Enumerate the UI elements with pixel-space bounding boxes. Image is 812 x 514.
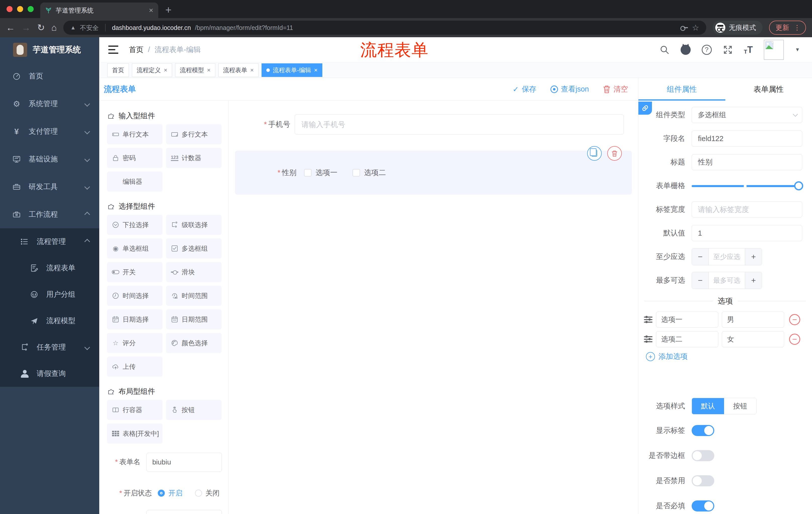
palette-item-cascader[interactable]: 级联选择 xyxy=(166,215,222,235)
home-icon[interactable]: ⌂ xyxy=(51,22,57,33)
help-icon[interactable]: ? xyxy=(702,45,712,55)
palette-item-time-range[interactable]: 时间范围 xyxy=(166,286,222,306)
font-size-icon[interactable]: TT xyxy=(744,45,753,55)
sidebar-item-home[interactable]: 首页 xyxy=(0,62,99,90)
zoom-window-button[interactable] xyxy=(28,6,34,12)
sidebar-item-infra[interactable]: 基础设施 xyxy=(0,145,99,173)
tag-process-model[interactable]: 流程模型 × xyxy=(175,63,215,77)
tag-process-form[interactable]: 流程表单 × xyxy=(218,63,259,77)
sidebar-item-task-mgmt[interactable]: 任务管理 xyxy=(0,334,99,360)
sidebar-item-devtools[interactable]: 研发工具 xyxy=(0,173,99,201)
avatar[interactable] xyxy=(764,40,784,60)
stepper-value[interactable]: 最多可选 xyxy=(708,272,745,289)
palette-item-color-picker[interactable]: 颜色选择 xyxy=(166,333,222,353)
canvas-field-phone[interactable]: *手机号 xyxy=(229,114,638,135)
palette-item-row-container[interactable]: 行容器 xyxy=(107,400,163,420)
palette-item-password[interactable]: 密码 xyxy=(107,148,163,168)
sidebar-fold-icon[interactable] xyxy=(108,46,118,54)
sidebar-item-process-model[interactable]: 流程模型 xyxy=(0,307,99,334)
palette-item-time-picker[interactable]: 时间选择 xyxy=(107,286,163,306)
stepper-value[interactable]: 至少应选 xyxy=(708,248,745,265)
tab-form-props[interactable]: 表单属性 xyxy=(725,78,812,101)
palette-item-select[interactable]: 下拉选择 xyxy=(107,215,163,235)
delete-field-button[interactable] xyxy=(607,146,622,161)
sidebar-item-leave-query[interactable]: 请假查询 xyxy=(0,360,99,387)
chrome-update-button[interactable]: 更新 ⋮ xyxy=(769,21,806,35)
palette-item-counter[interactable]: 123 计数器 xyxy=(166,148,222,168)
browser-menu-icon[interactable]: ⋮ xyxy=(794,24,801,32)
clear-button[interactable]: 清空 xyxy=(603,84,628,94)
security-label[interactable]: 不安全 xyxy=(80,24,99,32)
style-default-button[interactable]: 默认 xyxy=(692,398,724,414)
option-label-input[interactable] xyxy=(656,331,718,347)
app-logo[interactable]: 芋道管理系统 xyxy=(0,37,99,62)
label-width-input[interactable] xyxy=(692,201,802,218)
new-tab-button[interactable]: + xyxy=(165,4,172,16)
sidebar-item-process-mgmt[interactable]: 流程管理 xyxy=(0,228,99,255)
show-label-toggle[interactable] xyxy=(692,425,714,436)
sidebar-item-workflow[interactable]: 工作流程 xyxy=(0,201,99,228)
style-button-button[interactable]: 按钮 xyxy=(724,398,756,414)
palette-item-upload[interactable]: 上传 xyxy=(107,357,163,377)
sidebar-item-process-form[interactable]: 流程表单 xyxy=(0,255,99,281)
search-icon[interactable] xyxy=(660,45,670,55)
gender-option-2[interactable]: 选项二 xyxy=(352,168,386,178)
palette-item-single-text[interactable]: 单行文本 xyxy=(107,124,163,144)
view-json-button[interactable]: 查看json xyxy=(550,84,589,94)
canvas-field-gender-selected[interactable]: *性别 选项一 选项二 xyxy=(235,151,632,195)
palette-item-textarea[interactable]: 多行文本 xyxy=(166,124,222,144)
browser-tab[interactable]: 芋道管理系统 × xyxy=(40,2,158,18)
option-value-input[interactable] xyxy=(722,331,784,347)
palette-item-switch[interactable]: 开关 xyxy=(107,262,163,282)
palette-item-checkbox-group[interactable]: 多选框组 xyxy=(166,238,222,259)
tab-component-props[interactable]: 组件属性 xyxy=(638,78,725,101)
sidebar-item-payment[interactable]: ¥ 支付管理 xyxy=(0,118,99,145)
palette-item-slider[interactable]: 滑块 xyxy=(166,262,222,282)
duplicate-field-button[interactable] xyxy=(587,146,602,161)
gender-option-1[interactable]: 选项一 xyxy=(304,168,338,178)
palette-item-date-range[interactable]: 日期范围 xyxy=(166,309,222,329)
reload-icon[interactable]: ↻ xyxy=(37,22,45,33)
stepper-plus-button[interactable]: + xyxy=(745,248,762,265)
avatar-caret-icon[interactable]: ▼ xyxy=(795,47,800,53)
slider-thumb[interactable] xyxy=(794,181,803,190)
form-name-input[interactable] xyxy=(146,453,222,472)
update-label[interactable]: 更新 xyxy=(776,23,789,32)
sidebar-item-system[interactable]: ⚙ 系统管理 xyxy=(0,90,99,118)
save-button[interactable]: ✓ 保存 xyxy=(513,84,536,94)
window-controls[interactable] xyxy=(0,0,40,18)
remark-textarea[interactable]: 嘿嘿 xyxy=(146,510,222,514)
tag-home[interactable]: 首页 xyxy=(107,63,129,77)
palette-item-date-picker[interactable]: 日期选择 xyxy=(107,309,163,329)
status-radio-on[interactable]: 开启 xyxy=(158,488,182,498)
remove-option-button[interactable]: − xyxy=(789,314,800,325)
component-type-select[interactable]: 多选框组 xyxy=(692,107,802,123)
close-window-button[interactable] xyxy=(6,6,12,12)
status-radio-off[interactable]: 关闭 xyxy=(195,488,220,498)
palette-item-rate[interactable]: ☆ 评分 xyxy=(107,333,163,353)
palette-item-radio-group[interactable]: ◉ 单选框组 xyxy=(107,238,163,259)
forward-icon[interactable]: → xyxy=(22,22,31,33)
disabled-toggle[interactable] xyxy=(692,475,714,486)
required-toggle[interactable] xyxy=(692,501,714,512)
github-icon[interactable] xyxy=(680,45,691,55)
tag-close-icon[interactable]: × xyxy=(164,66,167,74)
add-option-button[interactable]: + 添加选项 xyxy=(638,349,812,364)
link-button[interactable] xyxy=(638,102,652,115)
address-bar[interactable]: ▲ 不安全 dashboard.yudao.iocoder.cn/bpm/man… xyxy=(63,21,706,35)
drag-handle-icon[interactable] xyxy=(644,336,652,343)
default-value-input[interactable] xyxy=(692,225,802,241)
palette-item-editor[interactable]: 编辑器 xyxy=(107,171,163,192)
password-key-icon[interactable] xyxy=(680,26,688,29)
option-label-input[interactable] xyxy=(656,312,718,328)
border-toggle[interactable] xyxy=(692,450,714,461)
tab-close-icon[interactable]: × xyxy=(149,6,153,15)
option-value-input[interactable] xyxy=(722,312,784,328)
tag-close-icon[interactable]: × xyxy=(314,66,318,74)
tag-process-definition[interactable]: 流程定义 × xyxy=(132,63,172,77)
phone-input[interactable] xyxy=(295,114,624,135)
stepper-minus-button[interactable]: − xyxy=(692,272,708,289)
sidebar-item-user-group[interactable]: 用户分组 xyxy=(0,281,99,307)
tag-process-form-edit[interactable]: 流程表单-编辑 × xyxy=(262,63,322,77)
palette-item-button[interactable]: 按钮 xyxy=(166,400,222,420)
